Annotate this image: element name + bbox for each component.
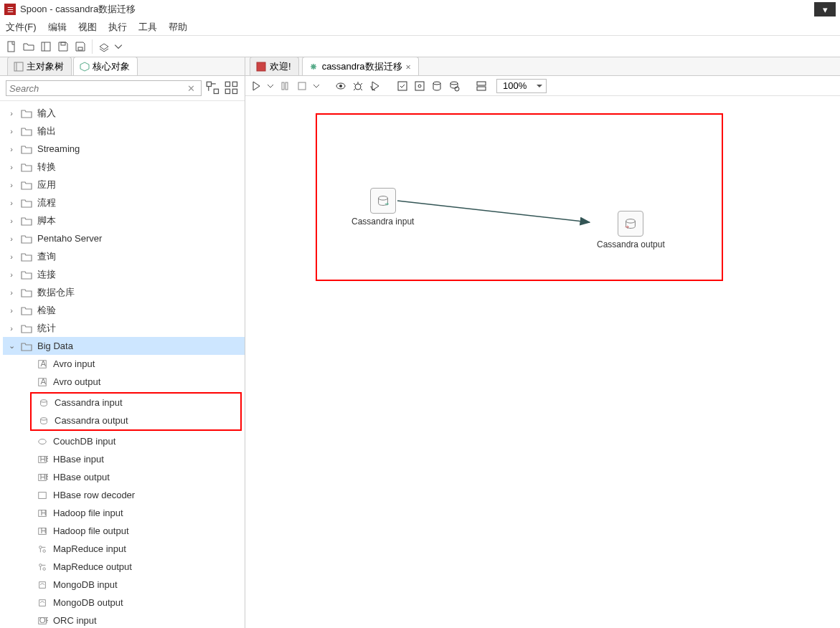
cube-icon [80,62,90,72]
tree-step[interactable]: HBHBase output [3,468,245,486]
step-icon [36,579,49,591]
open-file-icon[interactable] [22,39,36,54]
tree-step[interactable]: ORCORC input [3,612,245,628]
verify-icon[interactable] [396,80,409,92]
step-icon [36,561,49,573]
tree-step-cassandra-input[interactable]: Cassandra input [32,394,240,411]
menu-view[interactable]: 视图 [78,21,97,34]
menu-tools[interactable]: 工具 [138,21,157,34]
tree-step[interactable]: MongoDB input [3,576,245,594]
save-icon[interactable] [56,39,70,54]
main-area: 主对象树 核心对象 ✕ ›输入 ›输出 ›Streaming ›转换 ›应用 [0,57,840,628]
run-icon[interactable] [250,80,263,92]
tab-core-obj[interactable]: 核心对象 [73,57,138,75]
tree-step[interactable]: MapReduce input [3,540,245,558]
tree-step[interactable]: HBHBase input [3,450,245,468]
replay-icon[interactable] [369,80,382,92]
tree-step[interactable]: AAvro output [3,373,245,391]
preview-icon[interactable] [334,80,347,92]
dropdown-icon[interactable] [114,39,123,54]
tree-folder[interactable]: ›Streaming [3,140,245,158]
app-icon: ☰ [4,4,16,15]
step-tree[interactable]: ›输入 ›输出 ›Streaming ›转换 ›应用 ›流程 ›脚本 ›Pent… [0,101,245,628]
run-dropdown-icon[interactable] [267,80,274,92]
title-bar: ☰ Spoon - cassandra数据迁移 ▾ [0,0,840,19]
search-box[interactable]: ✕ [6,80,202,96]
menu-file[interactable]: 文件(F) [6,21,37,34]
tree-step[interactable]: AAvro input [3,355,245,373]
tree-step[interactable]: HHadoop file output [3,522,245,540]
tree-step[interactable]: MapReduce output [3,558,245,576]
tree-folder[interactable]: ›转换 [3,158,245,176]
menu-help[interactable]: 帮助 [169,21,187,34]
svg-text:HB: HB [40,472,49,481]
tree-folder[interactable]: ›Pentaho Server [3,229,245,247]
svg-point-19 [39,439,47,444]
svg-point-41 [355,84,361,90]
debug-icon[interactable] [351,80,364,92]
tree-folder[interactable]: ›应用 [3,176,245,194]
tree-folder[interactable]: ›查询 [3,247,245,265]
svg-rect-48 [477,82,486,85]
folder-icon [20,197,33,209]
show-results-icon[interactable] [475,80,488,92]
save-as-icon[interactable] [73,39,88,54]
menu-edit[interactable]: 编辑 [48,21,67,34]
step-cassandra-output[interactable]: Cassandra output [597,211,665,249]
zoom-select[interactable]: 100% [496,79,547,93]
sql-icon[interactable] [430,80,443,92]
search-input[interactable] [9,83,184,94]
tree-step[interactable]: HHadoop file input [3,504,245,522]
step-cassandra-input[interactable]: Cassandra input [351,188,414,227]
tree-folder[interactable]: ›统计 [3,319,245,337]
svg-rect-0 [8,42,14,52]
step-icon: HB [36,472,49,483]
tree-folder-bigdata[interactable]: ⌄Big Data [3,337,245,355]
tab-main-tree[interactable]: 主对象树 [7,57,72,75]
folder-icon [20,161,33,173]
tree-folder[interactable]: ›数据仓库 [3,283,245,301]
step-icon: H [36,508,49,519]
explore-db-icon[interactable] [448,80,461,92]
expand-tree-icon[interactable] [206,81,220,95]
tree-step-cassandra-output[interactable]: Cassandra output [32,411,240,429]
tree-folder[interactable]: ›连接 [3,265,245,283]
tab-main-tree-label: 主对象树 [27,60,64,73]
tree-folder[interactable]: ›脚本 [3,211,245,229]
main-toolbar [0,36,840,57]
svg-rect-11 [232,82,237,86]
close-tab-icon[interactable]: ✕ [406,62,411,72]
tree-step[interactable]: MongoDB output [3,594,245,612]
impact-icon[interactable] [413,80,426,92]
left-panel: 主对象树 核心对象 ✕ ›输入 ›输出 ›Streaming ›转换 ›应用 [0,57,245,628]
svg-rect-36 [282,82,284,90]
svg-text:ORC: ORC [39,616,48,624]
stop-icon[interactable] [296,80,308,92]
canvas[interactable]: Cassandra input Cassandra output [245,96,840,628]
new-file-icon[interactable] [4,39,19,54]
tree-folder[interactable]: ›流程 [3,194,245,211]
tree-folder[interactable]: ›检验 [3,301,245,319]
svg-point-45 [433,82,440,85]
menu-exec[interactable]: 执行 [108,21,127,34]
pause-icon[interactable] [278,80,291,92]
minimize-button[interactable]: ▾ [814,2,836,16]
collapse-tree-icon[interactable] [225,81,239,95]
explore-icon[interactable] [39,39,53,54]
tree-folder[interactable]: ›输出 [3,122,245,140]
tree-step[interactable]: CouchDB input [3,432,245,450]
tree-folder[interactable]: ›输入 [3,104,245,122]
welcome-icon [256,62,266,72]
stop-dropdown-icon[interactable] [313,80,320,92]
tree-step[interactable]: HBase row decoder [3,486,245,504]
right-panel: 欢迎! cassandra数据迁移 ✕ 100% [245,57,840,628]
tab-transform[interactable]: cassandra数据迁移 ✕ [302,57,419,75]
svg-rect-8 [214,89,218,93]
step-icon: A [36,358,49,370]
clear-search-icon[interactable]: ✕ [184,83,198,94]
folder-icon [20,341,33,352]
tab-welcome[interactable]: 欢迎! [250,57,299,75]
left-tabs: 主对象树 核心对象 [0,57,245,76]
perspective-icon[interactable] [97,39,111,54]
menu-bar: 文件(F) 编辑 视图 执行 工具 帮助 [0,19,840,36]
